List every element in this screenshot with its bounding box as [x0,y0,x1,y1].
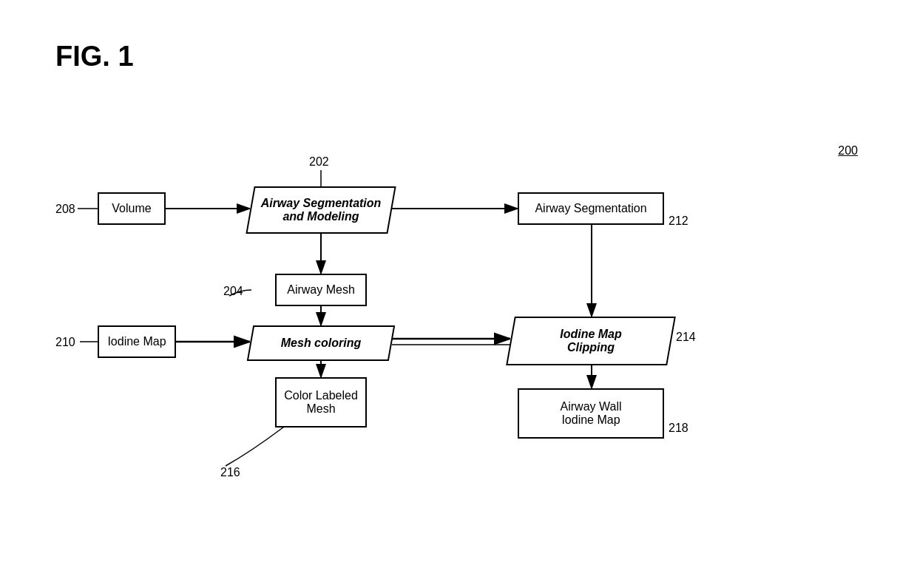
airway-mesh-box: Airway Mesh [275,274,367,306]
label-212: 212 [669,214,688,228]
airway-wall-iodine-map-box: Airway WallIodine Map [518,388,664,439]
label-214: 214 [676,331,696,344]
label-208: 208 [55,203,75,216]
iodine-map-box: Iodine Map [98,325,176,358]
airway-seg-modeling-box: Airway Segmentationand Modeling [250,186,392,234]
diagram-number: 200 [838,144,858,158]
iodine-map-clipping-box: Iodine MapClipping [510,317,671,365]
airway-segmentation-box: Airway Segmentation [518,192,664,225]
label-210: 210 [55,336,75,349]
diagram-container: FIG. 1 200 Volume 208 Airway Segmentatio… [0,0,917,588]
label-204: 204 [223,285,243,298]
label-218: 218 [669,422,688,435]
arrows-svg [0,0,917,588]
figure-title: FIG. 1 [55,41,134,72]
color-labeled-mesh-box: Color LabeledMesh [275,377,367,428]
label-202: 202 [309,155,329,169]
volume-box: Volume [98,192,166,225]
label-216: 216 [220,466,240,479]
mesh-coloring-box: Mesh coloring [250,325,392,361]
